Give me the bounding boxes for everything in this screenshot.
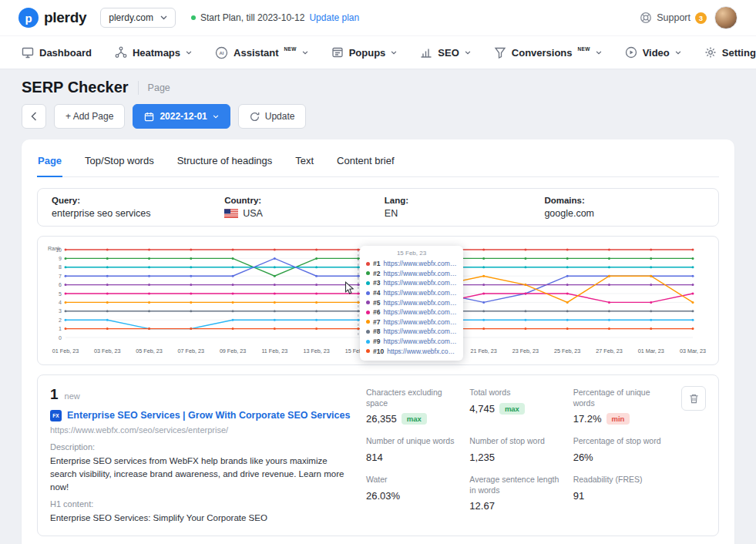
svg-text:2: 2 [59, 317, 62, 323]
tooltip-url: https://www.webfx.com/... [383, 279, 457, 287]
svg-text:9: 9 [59, 256, 62, 261]
page-subtitle: Page [148, 82, 170, 93]
tooltip-row: #2https://www.webfx.com/... [366, 269, 457, 279]
plan-active-dot [191, 15, 196, 20]
domains-column: Domains: google.com [544, 196, 704, 219]
domain-select[interactable]: plerdy.com [100, 8, 176, 28]
svg-text:25 Feb, 23: 25 Feb, 23 [554, 348, 580, 354]
user-avatar[interactable] [714, 6, 738, 29]
lang-label: Lang: [385, 196, 545, 205]
series-dot-icon [366, 262, 370, 266]
metric-value: 26,355max [366, 413, 459, 425]
tab-text[interactable]: Text [294, 150, 314, 176]
add-page-button[interactable]: + Add Page [54, 104, 125, 129]
chevron-down-icon [675, 51, 681, 55]
support-label: Support [657, 12, 690, 23]
nav-item-heatmaps[interactable]: Heatmaps [115, 46, 192, 59]
tooltip-url: https://www.webfx.com/... [383, 260, 457, 267]
series-dot-icon [366, 291, 370, 295]
result-change-badge: new [65, 391, 80, 401]
query-label: Query: [52, 196, 224, 205]
series-dot-icon [366, 340, 370, 344]
svg-text:07 Feb, 23: 07 Feb, 23 [178, 348, 204, 354]
support-button[interactable]: Support 3 [640, 12, 707, 24]
gear-icon [704, 46, 717, 59]
nav-item-popups[interactable]: Popups [331, 46, 398, 59]
result-position: 1 [50, 386, 59, 403]
nav-item-conversions[interactable]: Conversions NEW [494, 46, 602, 59]
metric-label: Percentage of stop word [573, 436, 666, 447]
popups-icon [331, 46, 344, 59]
metric: Number of unique words814 [366, 436, 459, 463]
plerdy-logo[interactable]: p plerdy [18, 8, 86, 28]
nav-item-video[interactable]: Video [625, 46, 681, 59]
update-button[interactable]: Update [238, 104, 307, 129]
tooltip-rank: #2 [373, 270, 380, 277]
brand-name: plerdy [44, 9, 86, 26]
seo-icon [420, 46, 432, 59]
nav-item-seo[interactable]: SEO [420, 46, 470, 59]
date-picker-button[interactable]: 2022-12-01 [133, 104, 230, 129]
tab-content-brief[interactable]: Content brief [336, 150, 395, 176]
country-label: Country: [224, 196, 385, 205]
svg-text:0: 0 [59, 335, 62, 341]
svg-text:05 Feb, 23: 05 Feb, 23 [136, 348, 162, 354]
nav-label: Video [643, 47, 670, 59]
tab-top-stop-words[interactable]: Top/Stop words [84, 150, 155, 176]
nav-label: SEO [438, 47, 459, 59]
chevron-left-icon [31, 112, 37, 121]
tooltip-url: https://www.webfx.com/... [387, 348, 457, 355]
series-dot-icon [366, 349, 370, 353]
chevron-down-icon [302, 51, 308, 55]
favicon-icon: FX [50, 410, 62, 421]
metric: Average sentence length in words12.67 [469, 475, 562, 512]
metric: Total words4,745max [469, 388, 562, 425]
svg-text:10: 10 [55, 247, 62, 253]
nav-item-dashboard[interactable]: Dashboard [22, 46, 92, 59]
delete-result-button[interactable] [681, 386, 706, 411]
metric: Characters excluding space26,355max [366, 388, 459, 425]
tooltip-rank: #10 [373, 348, 384, 355]
update-plan-link[interactable]: Update plan [309, 12, 359, 23]
metric: Percentage of unique words17.2%min [573, 388, 666, 425]
tab-page[interactable]: Page [37, 150, 62, 177]
query-value: enterprise seo services [52, 208, 224, 219]
metric-label: Characters excluding space [366, 388, 459, 408]
metric-label: Average sentence length in words [469, 475, 562, 495]
metrics-grid: Characters excluding space26,355maxTotal… [366, 386, 666, 525]
nav-label: Dashboard [39, 47, 92, 59]
tooltip-row: #1https://www.webfx.com/... [366, 259, 457, 269]
nav-item-ai-assistant[interactable]: AI Assistant NEW [215, 46, 308, 59]
support-icon [640, 12, 652, 24]
svg-text:01 Feb, 23: 01 Feb, 23 [52, 348, 79, 354]
svg-text:11 Feb, 23: 11 Feb, 23 [261, 348, 287, 354]
tooltip-row: #5https://www.webfx.com/... [366, 297, 457, 307]
series-dot-icon [366, 311, 370, 314]
metric-label: Number of unique words [366, 436, 459, 447]
metric-label: Number of stop word [469, 436, 562, 447]
metric-label: Water [366, 475, 459, 485]
lang-column: Lang: EN [385, 196, 545, 219]
chevron-down-icon [391, 51, 397, 55]
metric-value: 1,235 [469, 452, 562, 463]
tooltip-rank: #4 [373, 289, 380, 297]
domains-label: Domains: [544, 196, 704, 205]
metric-badge: max [499, 403, 525, 415]
heatmaps-icon [115, 46, 127, 59]
result-title-link[interactable]: Enterprise SEO Services | Grow With Corp… [67, 409, 350, 421]
tooltip-url: https://www.webfx.com/... [383, 270, 457, 277]
tooltip-rank: #6 [373, 308, 380, 316]
tab-structure-of-headings[interactable]: Structure of headings [176, 150, 274, 176]
tooltip-rank: #3 [373, 279, 380, 287]
serp-checker-card: Page Top/Stop words Structure of heading… [22, 139, 734, 544]
tooltip-date: 15 Feb, 23 [366, 250, 457, 257]
chevron-down-icon [465, 51, 471, 55]
back-button[interactable] [22, 104, 46, 129]
title-divider [138, 81, 139, 95]
plan-text: Start Plan, till 2023-10-12 [200, 12, 304, 23]
tooltip-row: #6https://www.webfx.com/... [366, 307, 457, 317]
tooltip-rank: #7 [373, 318, 380, 326]
metric: Number of stop word1,235 [469, 436, 562, 463]
nav-item-settings[interactable]: Settings [704, 46, 756, 59]
calendar-icon [144, 112, 154, 122]
